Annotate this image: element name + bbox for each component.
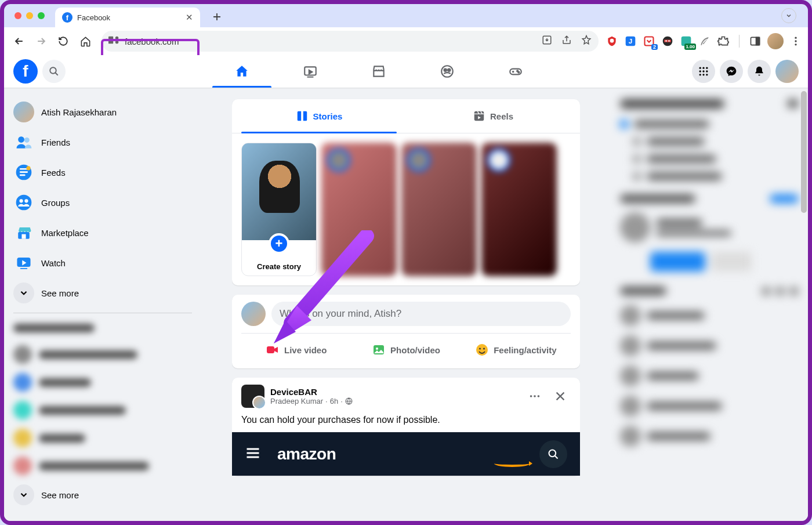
photo-icon (372, 343, 386, 357)
sidebar-see-more-bottom[interactable]: See more (9, 480, 197, 510)
maximize-window-button[interactable] (38, 12, 45, 19)
svg-point-55 (479, 348, 481, 350)
svg-rect-40 (20, 171, 28, 173)
address-bar[interactable]: facebook.com (102, 31, 599, 52)
svg-point-2 (115, 37, 118, 39)
sidebar-watch[interactable]: Watch (9, 248, 197, 278)
menu-grid-button[interactable] (692, 60, 715, 83)
sidebar-feeds[interactable]: Feeds (9, 157, 197, 187)
post-menu-button[interactable] (524, 386, 545, 407)
tabs-dropdown-button[interactable] (781, 8, 796, 23)
bookmark-icon[interactable] (581, 35, 592, 48)
user-story-photo (242, 143, 316, 240)
window-titlebar: f Facebook ✕ (4, 4, 808, 27)
post-close-button[interactable] (550, 386, 571, 407)
post-metadata: Pradeep Kumar · 6h · (270, 397, 519, 405)
extension-quill-icon[interactable] (698, 35, 711, 48)
minimize-window-button[interactable] (26, 12, 33, 19)
back-button[interactable] (10, 32, 28, 50)
extension-ublock-icon[interactable] (606, 35, 618, 48)
svg-point-53 (376, 347, 378, 350)
post-avatar[interactable] (241, 385, 264, 408)
extensions-menu-icon[interactable] (717, 35, 730, 48)
action-label: Live video (284, 345, 327, 355)
home-button[interactable] (76, 32, 95, 50)
tab-reels[interactable]: Reels (406, 99, 580, 133)
install-app-icon[interactable] (542, 35, 552, 48)
svg-point-29 (706, 67, 708, 69)
svg-point-27 (699, 67, 701, 69)
share-icon[interactable] (561, 35, 572, 48)
stories-tabs: Stories Reels (232, 99, 580, 133)
sidebar-groups[interactable]: Groups (9, 187, 197, 218)
sidebar-marketplace[interactable]: Marketplace (9, 218, 197, 248)
post-subauthor[interactable]: Pradeep Kumar (270, 397, 323, 405)
feeds-icon (13, 162, 34, 183)
new-tab-button[interactable] (208, 8, 226, 26)
stories-row: + Create story (232, 133, 580, 285)
story-card-blurred[interactable] (481, 143, 557, 276)
composer-photo-video[interactable]: Photo/video (351, 338, 461, 361)
forward-button[interactable] (32, 32, 50, 50)
story-card-blurred[interactable] (321, 143, 397, 276)
tab-title: Facebook (77, 13, 181, 22)
create-story-card[interactable]: + Create story (241, 143, 317, 276)
post-author[interactable]: DeviceBAR (270, 387, 519, 397)
account-avatar[interactable] (775, 60, 799, 83)
browser-tab[interactable]: f Facebook ✕ (55, 8, 200, 27)
svg-point-30 (699, 70, 701, 72)
facebook-header: f (4, 55, 808, 88)
composer-live-video[interactable]: Live video (241, 338, 351, 361)
browser-menu-icon[interactable] (789, 35, 802, 48)
nav-video[interactable] (278, 55, 342, 88)
extension-teal-icon[interactable]: 1.00 (680, 35, 693, 48)
composer-input[interactable]: What's on your mind, Atish? (271, 302, 571, 326)
svg-text:J: J (629, 37, 632, 45)
composer-avatar[interactable] (241, 302, 266, 326)
nav-marketplace[interactable] (347, 55, 411, 88)
scrollbar-thumb[interactable] (801, 91, 807, 213)
camera-icon (266, 343, 280, 357)
messenger-button[interactable] (720, 60, 743, 83)
reload-button[interactable] (54, 32, 72, 50)
svg-point-33 (699, 74, 701, 75)
profile-avatar-icon[interactable] (767, 33, 784, 49)
close-tab-button[interactable]: ✕ (186, 12, 193, 23)
svg-point-34 (702, 74, 704, 75)
svg-point-19 (50, 67, 56, 74)
svg-point-42 (26, 166, 30, 170)
extension-blue-j-icon[interactable]: J (624, 35, 637, 48)
story-card-blurred[interactable] (401, 143, 477, 276)
sidebar-friends[interactable]: Friends (9, 127, 197, 157)
side-panel-icon[interactable] (749, 35, 762, 48)
notifications-button[interactable] (748, 60, 771, 83)
search-icon (539, 440, 567, 468)
composer-feeling[interactable]: Feeling/activity (461, 338, 571, 361)
svg-point-37 (24, 137, 30, 143)
sidebar-item-label: Watch (41, 258, 66, 268)
svg-point-44 (19, 199, 23, 202)
extension-ninja-icon[interactable] (661, 35, 674, 48)
sidebar-profile-link[interactable]: Atish Rajasekharan (9, 97, 197, 127)
facebook-logo[interactable]: f (13, 59, 38, 84)
nav-home[interactable] (210, 55, 274, 88)
search-button[interactable] (42, 60, 66, 83)
tab-label: Stories (313, 111, 343, 121)
url-text: facebook.com (125, 37, 179, 46)
svg-rect-51 (267, 346, 274, 353)
site-settings-icon[interactable] (108, 36, 120, 46)
svg-point-22 (444, 69, 447, 71)
nav-groups[interactable] (415, 55, 479, 88)
svg-point-26 (518, 72, 519, 73)
hamburger-icon (245, 445, 261, 464)
sidebar-see-more[interactable]: See more (9, 278, 197, 308)
stories-card: Stories Reels + Create story (232, 99, 580, 285)
feed-column: Stories Reels + Create story (232, 88, 580, 521)
svg-rect-50 (474, 111, 484, 121)
nav-gaming[interactable] (484, 55, 548, 88)
extension-pocket-icon[interactable]: 2 (643, 35, 655, 48)
close-window-button[interactable] (14, 12, 21, 19)
feed-post: DeviceBAR Pradeep Kumar · 6h · (232, 378, 580, 476)
tab-stories[interactable]: Stories (232, 99, 406, 133)
post-link-preview[interactable]: amazon (232, 432, 580, 476)
